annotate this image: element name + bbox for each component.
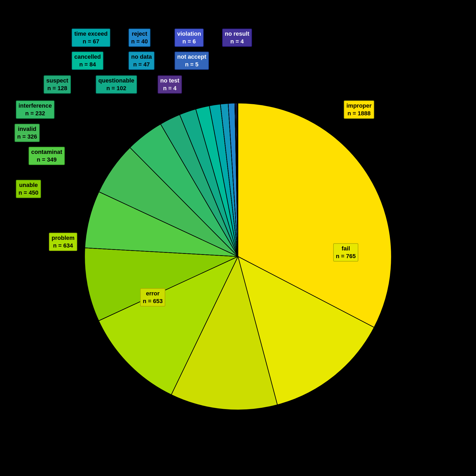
label-time-exceed: time exceed n = 67 — [72, 29, 110, 47]
label-not-accept: not accept n = 5 — [175, 52, 209, 70]
label-fail: fail n = 765 — [333, 243, 358, 262]
chart-area: time exceed n = 67 reject n = 40 violati… — [0, 0, 476, 476]
label-no-result: no result n = 4 — [222, 29, 252, 47]
label-unable: unable n = 450 — [16, 180, 41, 198]
label-no-data: no data n = 47 — [129, 52, 154, 70]
label-problem: problem n = 634 — [49, 233, 77, 251]
label-reject: reject n = 40 — [129, 29, 150, 47]
label-cancelled: cancelled n = 84 — [72, 52, 103, 70]
label-error: error n = 653 — [140, 288, 165, 306]
label-interference: interference n = 232 — [16, 100, 54, 119]
label-violation: violation n = 6 — [175, 29, 204, 47]
label-improper: improper n = 1888 — [344, 100, 374, 119]
label-questionable: questionable n = 102 — [96, 75, 137, 94]
label-contaminat: contaminat n = 349 — [29, 147, 65, 165]
label-no-test: no test n = 4 — [158, 75, 182, 94]
label-invalid: invalid n = 326 — [15, 124, 40, 142]
label-suspect: suspect n = 128 — [44, 75, 71, 94]
main-container: time exceed n = 67 reject n = 40 violati… — [0, 0, 476, 476]
